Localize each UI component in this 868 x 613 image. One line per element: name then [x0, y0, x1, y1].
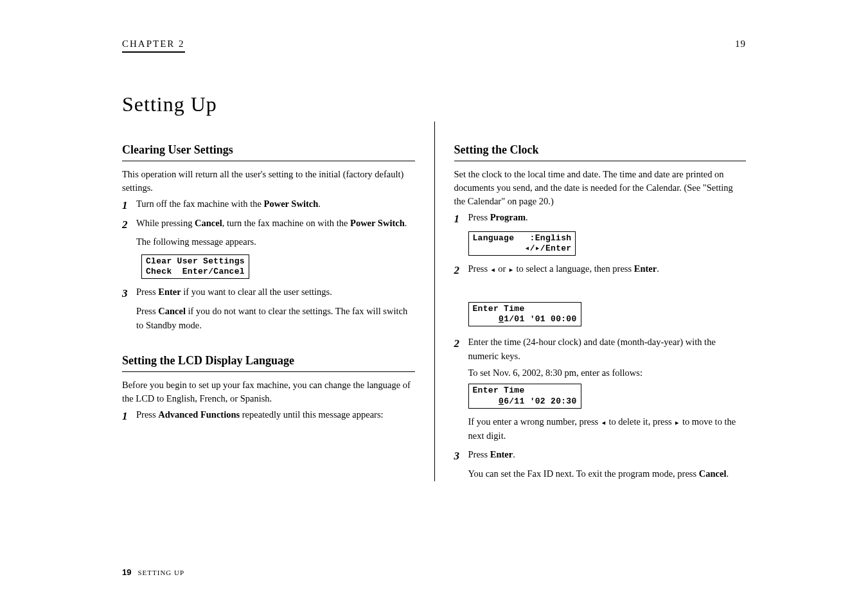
- text: Press: [136, 409, 158, 420]
- step-body: Press Enter.: [468, 448, 747, 465]
- lcd-line-seg: [473, 396, 499, 406]
- lcd-line: ◂/▸/Enter: [473, 244, 572, 253]
- text: Press: [136, 287, 158, 297]
- step-body: Enter the time (24-hour clock) and date …: [468, 335, 747, 364]
- lcd-line: Check Enter/Cancel: [146, 267, 245, 276]
- text: .: [318, 199, 321, 209]
- text: .: [726, 468, 729, 479]
- lcd-language: Language :English ◂/▸/Enter: [468, 231, 576, 256]
- page: CHAPTER 2 19 Setting Up Clearing User Se…: [0, 0, 868, 613]
- lcd-cursor: 0: [499, 396, 504, 406]
- step-sub: To set Nov. 6, 2002, 8:30 pm, enter as f…: [468, 366, 747, 380]
- page-number-top: 19: [735, 39, 746, 49]
- step-number: 3: [122, 285, 136, 302]
- text: .: [405, 218, 407, 228]
- text: Turn off the fax machine with the: [136, 199, 264, 209]
- lcd-cursor: 0: [499, 314, 504, 324]
- step-number: 2: [122, 217, 136, 233]
- step-body: Turn off the fax machine with the Power …: [136, 197, 415, 214]
- section-clear-settings-heading: Clearing User Settings: [122, 143, 415, 161]
- text: , turn the fax machine on with the: [222, 218, 350, 228]
- lcd-enter-time-example: Enter Time 06/11 '02 20:30: [468, 384, 581, 409]
- text: or: [496, 263, 508, 274]
- step-sub: The following message appears.: [136, 235, 415, 249]
- text: Press: [468, 263, 490, 274]
- lang-step-2: 2 Press or to select a language, then pr…: [454, 262, 747, 279]
- step-2: 2 While pressing Cancel, turn the fax ma…: [122, 217, 415, 233]
- lcd-line: Language :English: [473, 233, 572, 243]
- step-sub: If you enter a wrong number, press to de…: [468, 415, 747, 443]
- lcd-line-seg: [473, 314, 499, 324]
- left-column: Clearing User Settings This operation wi…: [122, 121, 434, 481]
- text: Press: [468, 212, 490, 222]
- lcd-clear-settings: Clear User Settings Check Enter/Cancel: [141, 254, 249, 280]
- text: While pressing: [136, 218, 195, 228]
- text: if you want to clear all the user settin…: [181, 287, 332, 297]
- step-number: 1: [454, 211, 468, 227]
- step-body: Press Enter if you want to clear all the…: [136, 285, 415, 302]
- lcd-enter-time-initial: Enter Time 01/01 '01 00:00: [468, 302, 581, 327]
- footer-breadcrumb: SETTING UP: [137, 569, 184, 576]
- triangle-left-icon: [490, 265, 496, 275]
- clock-step-3: 3 Press Enter.: [454, 448, 747, 465]
- step-3: 3 Press Enter if you want to clear all t…: [122, 285, 415, 302]
- step-number: 2: [454, 335, 468, 364]
- page-title: Setting Up: [122, 93, 746, 116]
- lcd-line: Clear User Settings: [146, 256, 245, 266]
- step-sub: You can set the Fax ID next. To exit the…: [468, 467, 747, 481]
- lcd-line-seg: 1/01 '01 00:00: [504, 314, 576, 324]
- step-body: Press or to select a language, then pres…: [468, 262, 747, 279]
- section-language-intro: Before you begin to set up your fax mach…: [122, 378, 415, 405]
- step-body: While pressing Cancel, turn the fax mach…: [136, 217, 415, 233]
- bold: Cancel: [699, 468, 727, 479]
- step-body: Press Advanced Functions repeatedly unti…: [136, 408, 415, 425]
- text: to delete it, press: [607, 416, 675, 427]
- lang-step-1: 1 Press Advanced Functions repeatedly un…: [122, 408, 415, 425]
- bold: Cancel: [158, 306, 186, 316]
- header: CHAPTER 2 19: [122, 39, 746, 53]
- clock-step-2: 2 Enter the time (24-hour clock) and dat…: [454, 335, 747, 364]
- step-sub: Press Cancel if you do not want to clear…: [136, 305, 415, 333]
- footer: 19 SETTING UP: [122, 567, 184, 577]
- text: .: [526, 212, 528, 222]
- step-number: 3: [454, 448, 468, 465]
- bold: Enter: [490, 449, 513, 459]
- bold: Program: [490, 212, 526, 222]
- section-language-heading: Setting the LCD Display Language: [122, 354, 415, 372]
- text: repeatedly until this message appears:: [240, 409, 383, 420]
- step-1: 1 Turn off the fax machine with the Powe…: [122, 197, 415, 214]
- step-body: Press Program.: [468, 211, 747, 227]
- clock-step-1: 1 Press Program.: [454, 211, 747, 227]
- right-column: Setting the Clock Set the clock to the l…: [434, 121, 747, 481]
- text: .: [513, 449, 515, 459]
- lcd-line: Enter Time: [473, 304, 525, 314]
- bold: Enter: [158, 287, 181, 297]
- bold: Cancel: [195, 218, 222, 228]
- section-clear-settings-intro: This operation will return all the user'…: [122, 168, 415, 195]
- text: to select a language, then press: [514, 263, 634, 274]
- triangle-right-icon: [674, 418, 680, 428]
- bold: Power Switch: [264, 199, 319, 209]
- page-number-bottom: 19: [122, 567, 131, 577]
- triangle-right-icon: [508, 265, 514, 275]
- text: Press: [136, 306, 158, 316]
- chapter-label: CHAPTER 2: [122, 39, 185, 53]
- lcd-line-seg: 6/11 '02 20:30: [504, 396, 576, 406]
- bold: Power Switch: [350, 218, 405, 228]
- step-number: 2: [454, 262, 468, 279]
- step-number: 1: [122, 197, 136, 214]
- bold: Advanced Functions: [158, 409, 240, 420]
- text: Press: [468, 449, 490, 459]
- section-clock-intro: Set the clock to the local time and date…: [454, 168, 747, 208]
- section-clock-heading: Setting the Clock: [454, 143, 747, 161]
- text: You can set the Fax ID next. To exit the…: [468, 468, 699, 479]
- lcd-line: Enter Time: [473, 386, 525, 395]
- triangle-left-icon: [601, 418, 607, 428]
- text: If you enter a wrong number, press: [468, 416, 601, 427]
- step-number: 1: [122, 408, 136, 425]
- bold: Enter: [634, 263, 657, 274]
- text: .: [657, 263, 659, 274]
- columns: Clearing User Settings This operation wi…: [122, 121, 746, 481]
